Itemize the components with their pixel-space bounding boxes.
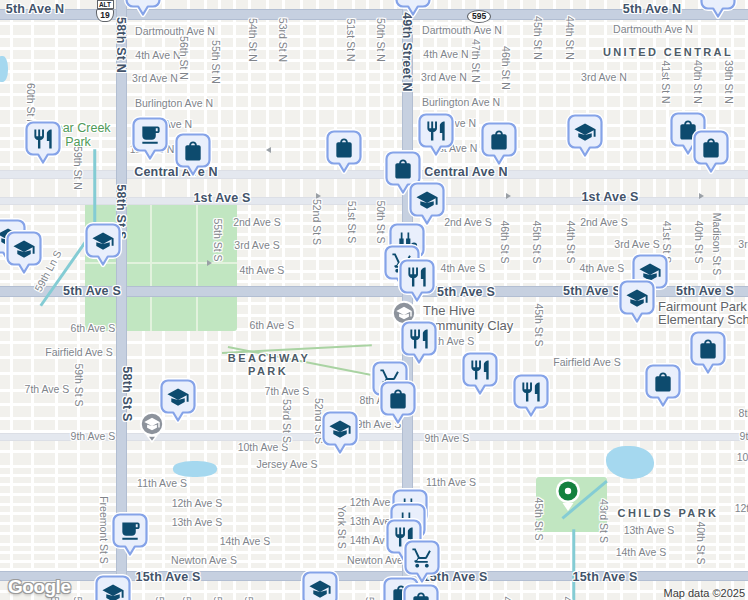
coffee-poi-pin[interactable] [110,512,150,566]
google-logo[interactable]: Google [8,576,70,598]
street-label: York St S [337,505,348,548]
bag-poi-pin[interactable] [378,380,418,434]
street-label: 54th St N [248,18,259,62]
street-label: 50th St S [376,200,387,243]
street-minor [366,0,369,600]
restaurant-poi-pin[interactable] [511,373,551,427]
street-minor [490,0,493,600]
street-label: 10th Ave S [737,452,748,463]
school-poi-pin[interactable] [617,279,657,333]
restaurant-poi-pin[interactable] [23,120,63,174]
neighborhood-label: BEACHWAY [228,353,310,364]
partial-pin[interactable] [698,0,738,28]
school-poi-pin[interactable] [93,574,133,600]
street-minor [77,0,80,600]
street-label: 13th Ave S [172,517,223,528]
bag-poi-pin[interactable] [173,132,213,186]
restaurant-icon [23,120,63,170]
tip-icon [698,0,738,24]
street-minor [380,0,383,600]
neighborhood-label: UNITED CENTRAL [603,47,733,58]
street-label: 12th Ave S [735,503,748,514]
street-minor [352,0,355,600]
street-label: 8th Ave S [739,408,748,419]
bag-poi-pin[interactable] [643,363,683,417]
street-label: 3rd Ave S [234,240,279,251]
graycap-poi-pin[interactable] [139,411,165,449]
route-shield: 595 [467,10,491,23]
bag-poi-pin[interactable] [691,129,731,183]
street-minor [0,137,748,140]
one-way-arrow-icon [266,147,271,153]
street-label: 2nd Ave S [580,217,628,228]
street-label: 10th Ave S [238,442,289,453]
map-canvas[interactable]: 5th Ave N5th Ave NDartmouth Ave NDartmou… [0,0,748,600]
bag-icon [688,330,728,380]
bag-icon [691,129,731,179]
street-label: Newton Ave S [171,555,237,566]
street-minor [462,0,465,600]
street-label: 11th Ave S [426,477,476,488]
one-way-arrow-icon [699,193,704,199]
street-label: 58th St S [73,596,84,600]
graycap-icon [139,411,165,445]
street-label: 56th St N [179,36,190,80]
bag-icon [643,363,683,413]
street-label: 43rd St S [599,499,610,543]
street-label: Burlington Ave N [422,97,500,108]
school-poi-pin[interactable] [300,570,340,600]
pond [606,446,654,479]
street-label: 11th Ave S [137,478,187,489]
street-minor [0,35,748,38]
street-label: Madison St S [712,213,723,275]
street-minor [0,70,748,73]
school-icon [83,222,123,272]
school-poi-pin[interactable] [83,222,123,276]
bag-poi-pin[interactable] [401,583,441,600]
street-label: 4th Ave S [240,265,285,276]
street-label: 45th St S [532,220,543,263]
street-label: 46th St S [502,596,513,600]
bag-poi-pin[interactable] [324,129,364,183]
school-poi-pin[interactable] [4,230,44,284]
restaurant-poi-pin[interactable] [460,351,500,405]
street-label: 59th St N [73,146,84,190]
map-layers: 5th Ave N5th Ave NDartmouth Ave NDartmou… [0,0,748,600]
street-label: 1st Ave S [193,192,250,205]
street-label: Fairfield Ave S [553,357,621,368]
street-label: 41st St N [661,60,672,103]
street-label: 4th Ave N [423,49,468,60]
street-label: Burlington Ave N [135,98,213,109]
street-label: 53rd St N [278,18,289,62]
partial-pin[interactable] [123,0,163,26]
bag-poi-pin[interactable] [479,121,519,175]
street-label: 55th St S [213,596,224,600]
park-pin[interactable] [554,477,582,517]
bag-icon [401,583,441,600]
street-label: 5th Ave S [676,285,734,298]
pond [0,56,8,82]
street-label: Dartmouth Ave N [135,26,215,37]
coffee-icon [110,512,150,562]
street-minor [476,0,479,600]
street-label: 56th St S [182,596,193,600]
coffee-poi-pin[interactable] [130,116,170,170]
bag-icon [479,121,519,171]
street-label: 13th Ave S [624,525,675,536]
street-label: 15th Ave S [136,571,201,584]
street-label: Freemont St S [99,496,110,564]
street-label: 40th St N [693,60,704,104]
bag-poi-pin[interactable] [688,330,728,384]
pond [173,461,217,477]
neighborhood-label: PARK [248,366,288,377]
park-path [196,197,198,331]
tip-icon [123,0,163,22]
street-label: 7th Ave S [25,384,70,395]
restaurant-icon [460,351,500,401]
school-poi-pin[interactable] [565,113,605,167]
partial-pin[interactable] [393,0,433,26]
us-route-shield: 19 [96,9,114,22]
coffee-icon [130,116,170,166]
school-poi-pin[interactable] [320,410,360,464]
street-label: 58th St S [121,366,134,421]
